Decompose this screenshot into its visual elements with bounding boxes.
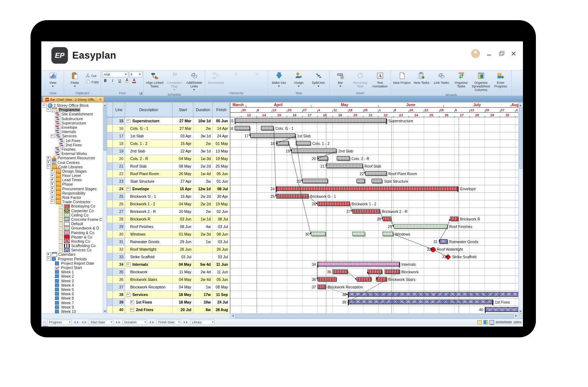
duration-cell[interactable]	[193, 246, 213, 253]
description-cell[interactable]: Internals	[125, 261, 173, 268]
duration-cell[interactable]: 3w 1d	[193, 132, 213, 140]
tree-item-project-report-date[interactable]: Project Report Date	[41, 261, 103, 265]
tree-item-1st-fixes[interactable]: 1st Fixes	[41, 138, 103, 143]
start-cell[interactable]: 04 May	[173, 200, 193, 208]
row-selector-cell[interactable]	[107, 208, 113, 215]
gantt-bar-1st-fixes-0[interactable]	[348, 300, 493, 304]
progress-field[interactable]: Progress	[47, 320, 72, 325]
highlight-color-button[interactable]: A	[124, 78, 130, 84]
status-next-icon[interactable]	[77, 321, 79, 323]
line-number-cell[interactable]: 22	[113, 170, 125, 177]
line-number-cell[interactable]: 40	[113, 306, 125, 313]
finish-cell[interactable]: 01 Jun	[213, 178, 230, 185]
finish-cell[interactable]: 11 Jun	[213, 261, 230, 268]
tree-item-week-9[interactable]: Week 9	[41, 305, 103, 309]
gantt-bar-blockwork-2[interactable]	[385, 269, 399, 274]
gantt-bar-2nd-slab-0[interactable]	[291, 149, 337, 153]
tree-item-lead-times[interactable]: Lead Times	[41, 178, 103, 182]
table-row-15[interactable]: 15Superstructure27 Mar10w 1d05 Jun	[107, 117, 230, 125]
line-number-cell[interactable]: 36	[113, 276, 125, 283]
milestone-roof-watertight-icon[interactable]	[431, 247, 436, 252]
gantt-bar-stair-structure-1[interactable]	[357, 179, 365, 183]
gantt-bar-cols-1-2-0[interactable]	[276, 141, 289, 145]
tree-item-services-co[interactable]: Services Co	[41, 248, 103, 252]
tree-item-week-6[interactable]: Week 6	[41, 292, 103, 296]
tree-item-2-storey-office-block[interactable]: 2 Storey Office Block	[41, 103, 103, 108]
row-selector-cell[interactable]	[107, 253, 113, 260]
library-field[interactable]: Library	[190, 320, 215, 325]
start-cell[interactable]: 26 Jun	[173, 246, 193, 253]
duration-cell[interactable]: 17w	[193, 291, 213, 298]
gantt-bar-brickwork-1-2-0[interactable]	[317, 201, 350, 206]
start-cell[interactable]: 08 Jun	[173, 223, 193, 230]
gantt-bar-brickwork-stairs-1[interactable]	[357, 277, 371, 281]
table-row-20[interactable]: 20Cols. 2 - R04 May1w 3d19 May	[107, 155, 230, 163]
status-progress-icon[interactable]	[483, 320, 488, 324]
description-cell[interactable]: 1st Slab	[125, 132, 173, 140]
line-number-cell[interactable]: 34	[113, 261, 125, 268]
start-cell[interactable]: 04 May	[173, 276, 193, 283]
status-monitor-icon[interactable]	[490, 320, 494, 324]
start-cell[interactable]: 08 May	[173, 163, 193, 170]
close-button[interactable]	[511, 51, 516, 56]
table-row-16[interactable]: 16Cols. G - 127 Mar2w14 Apr	[107, 125, 230, 132]
gantt-bar-blockwork-0[interactable]	[332, 269, 347, 274]
tree-scroll-thumb[interactable]	[104, 107, 106, 151]
table-row-30[interactable]: 30Windows01 May2w 3d08 Jun	[107, 231, 230, 238]
tree-expander-icon[interactable]	[47, 257, 51, 261]
finish-cell[interactable]: 11 Sep	[213, 291, 230, 298]
gantt-bar-brickwork-r-0[interactable]	[382, 217, 391, 221]
tree-item-permanent-resources[interactable]: Permanent Resources	[41, 156, 103, 160]
duration-cell[interactable]: 2w 3d	[193, 231, 213, 238]
tree-item-site-establishment[interactable]: Site Establishment	[41, 112, 103, 116]
tree-expander-icon[interactable]	[51, 134, 55, 138]
gantt-bar-superstructure-0[interactable]	[235, 118, 386, 123]
tree-item-risk-factor[interactable]: Risk Factor	[41, 195, 103, 200]
gantt-bar-brickwork-2-r-0[interactable]	[352, 209, 380, 213]
start-cell[interactable]: 29 Jun	[173, 238, 193, 245]
indent-left-button[interactable]	[226, 71, 246, 78]
tree-item-programme[interactable]: Programme	[41, 108, 103, 112]
line-number-cell[interactable]: 24	[113, 185, 125, 192]
finish-cell[interactable]: 24 Apr	[213, 132, 230, 140]
split-join-button[interactable]: Split/Join	[309, 71, 328, 89]
enter-progress-button[interactable]: Enter Progress	[491, 71, 510, 89]
table-row-26[interactable]: 26Brickwork 1 - 204 May2w 2d19 May	[107, 200, 230, 208]
finish-cell[interactable]: 19 May	[213, 200, 230, 208]
table-row-28[interactable]: 28Brickwork R03 Jun1w 1d08 Jul	[107, 215, 230, 223]
finish-cell[interactable]: 11 Jun	[213, 268, 230, 276]
tree-item-week-2[interactable]: Week 2	[41, 274, 103, 278]
line-number-cell[interactable]: 18	[113, 140, 125, 147]
gantt-bar-roof-plant-room-0[interactable]	[365, 171, 386, 176]
gantt-bar-cols-2-r-1[interactable]	[337, 156, 349, 160]
italic-button[interactable]: I	[109, 78, 116, 84]
description-cell[interactable]: Cols. 2 - R	[125, 155, 173, 162]
description-cell[interactable]: 2nd Slab	[125, 147, 173, 155]
finish-cell[interactable]: 08 Jun	[213, 231, 230, 238]
tree-item-finishes[interactable]: Finishes	[41, 147, 103, 151]
line-number-cell[interactable]: 33	[113, 253, 125, 260]
start-cell[interactable]: 22 Apr	[173, 147, 193, 155]
gantt-bar-brickwork-g-1-0[interactable]	[276, 194, 308, 198]
table-row-19[interactable]: 192nd Slab22 Apr3w 1d13 May	[107, 147, 230, 155]
table-row-39[interactable]: 391st Fixes18 May10w24 Jul	[107, 299, 230, 306]
finish-cell[interactable]: 28 Aug	[213, 306, 230, 313]
tree-expander-icon[interactable]	[51, 169, 55, 173]
row-expander-icon[interactable]	[127, 263, 130, 267]
gantt-bar-roof-slab-0[interactable]	[326, 164, 363, 168]
row-selector-cell[interactable]	[107, 185, 113, 192]
gantt-bar-brickwork-r-1[interactable]	[450, 217, 458, 221]
gantt-horizontal-scrollbar[interactable]	[230, 314, 519, 319]
start-cell[interactable]: 03 Apr	[173, 132, 193, 140]
tree-expander-icon[interactable]	[47, 165, 51, 169]
font-size-select[interactable]: 9	[129, 72, 142, 77]
tree-expander-icon[interactable]	[51, 196, 55, 200]
copy-button[interactable]: Copy	[85, 79, 100, 85]
gantt-bar-envelope-0[interactable]	[276, 186, 458, 191]
row-selector-cell[interactable]	[107, 200, 113, 208]
gantt-scroll-up-icon[interactable]	[519, 103, 523, 106]
gantt-scroll-thumb[interactable]	[519, 107, 523, 169]
link-tasks-button[interactable]: Link Tasks	[432, 71, 451, 86]
field-next-icon[interactable]	[119, 321, 121, 323]
finish-cell[interactable]: 25 May	[213, 163, 230, 170]
